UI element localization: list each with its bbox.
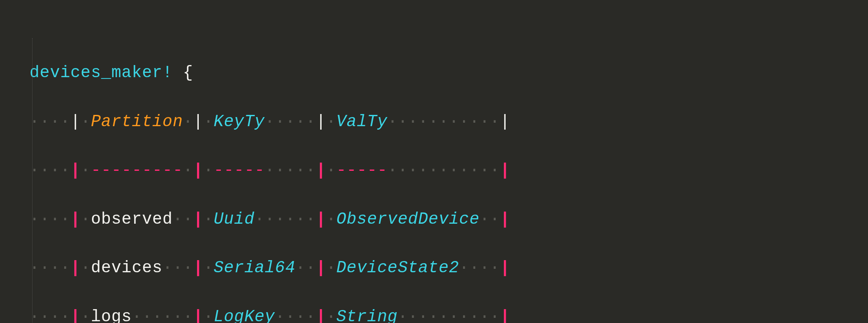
pipe: | (500, 112, 510, 131)
ws: · (81, 307, 91, 323)
pipe: | (500, 161, 510, 179)
ws: ···· (275, 307, 316, 323)
pipe: | (70, 161, 81, 179)
ws: ·· (173, 210, 193, 228)
code-line-row: ····|·logs······|·LogKey····|·String····… (30, 305, 868, 323)
pipe: | (500, 258, 510, 277)
ws: ···· (30, 112, 70, 131)
pipe: | (316, 307, 326, 323)
open-brace: { (173, 63, 193, 82)
pipe: | (70, 112, 81, 131)
ws: · (326, 258, 336, 277)
macro-name: devices_maker! (30, 63, 173, 82)
ws: ······ (255, 210, 316, 228)
pipe: | (316, 210, 326, 228)
ws: ····· (265, 161, 316, 179)
pipe: | (500, 210, 510, 228)
cell-partition: logs (91, 307, 132, 323)
cell-valty: DeviceState2 (336, 258, 459, 277)
col-keyty: KeyTy (214, 112, 265, 131)
ws: ···· (30, 210, 70, 228)
code-line-row: ····|·observed··|·Uuid······|·ObservedDe… (30, 207, 868, 232)
dashes: ----- (214, 161, 265, 179)
ws: ···· (30, 161, 70, 179)
pipe: | (193, 210, 204, 228)
cell-partition: devices (91, 258, 162, 277)
code-line-separator: ····|·---------·|·-----·····|·-----·····… (30, 158, 868, 183)
pipe: | (500, 307, 510, 323)
cell-valty: ObservedDevice (336, 210, 480, 228)
ws: ······ (132, 307, 193, 323)
ws: · (326, 210, 336, 228)
ws: ·········· (398, 307, 500, 323)
ws: · (204, 258, 214, 277)
ws: · (326, 112, 336, 131)
ws: ··········· (388, 112, 500, 131)
cell-keyty: LogKey (214, 307, 275, 323)
ws: · (183, 112, 194, 131)
pipe: | (193, 258, 204, 277)
pipe: | (316, 161, 326, 179)
pipe: | (70, 210, 81, 228)
indent-guide (32, 38, 33, 323)
ws: ·· (480, 210, 500, 228)
ws: · (326, 307, 336, 323)
pipe: | (193, 307, 204, 323)
pipe: | (316, 258, 326, 277)
ws: ···· (459, 258, 500, 277)
pipe: | (70, 258, 81, 277)
col-valty: ValTy (336, 112, 388, 131)
ws: · (81, 161, 91, 179)
code-line-row: ····|·devices···|·Serial64··|·DeviceStat… (30, 256, 868, 280)
cell-valty: String (336, 307, 398, 323)
ws: ···· (30, 258, 70, 277)
code-line-macro: devices_maker! { (30, 61, 868, 85)
pipe: | (316, 112, 326, 131)
dashes: ----- (336, 161, 388, 179)
code-line-header: ····|·Partition·|·KeyTy·····|·ValTy·····… (30, 110, 868, 134)
ws: · (204, 112, 214, 131)
pipe: | (193, 161, 204, 179)
ws: · (81, 112, 91, 131)
ws: ··· (162, 258, 193, 277)
code-block: devices_maker! { ····|·Partition·|·KeyTy… (0, 0, 868, 323)
ws: · (81, 210, 91, 228)
dashes: --------- (91, 161, 183, 179)
ws: · (204, 161, 214, 179)
pipe: | (193, 112, 204, 131)
pipe: | (70, 307, 81, 323)
ws: · (183, 161, 194, 179)
ws: · (204, 210, 214, 228)
ws: · (326, 161, 336, 179)
cell-keyty: Uuid (214, 210, 254, 228)
ws: ··········· (388, 161, 500, 179)
ws: ···· (30, 307, 70, 323)
cell-keyty: Serial64 (214, 258, 296, 277)
ws: · (204, 307, 214, 323)
ws: · (81, 258, 91, 277)
col-partition: Partition (91, 112, 183, 131)
cell-partition: observed (91, 210, 173, 228)
ws: ·· (296, 258, 316, 277)
ws: ····· (265, 112, 316, 131)
